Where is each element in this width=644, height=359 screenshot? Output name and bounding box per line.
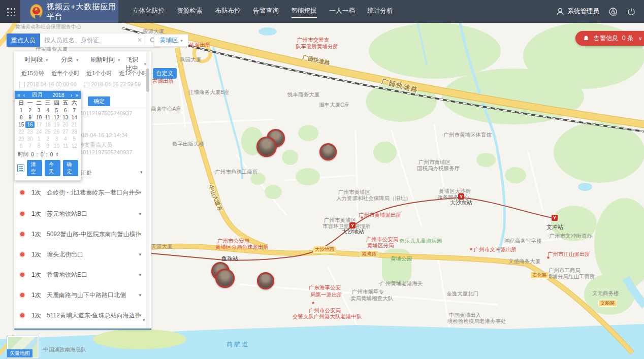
calendar-day[interactable]: 23 xyxy=(25,128,34,135)
alert-info-pill[interactable]: 告警信息 0 条 ∨ xyxy=(575,31,644,46)
search-tab-key-person[interactable]: 重点人员 xyxy=(7,34,40,47)
calendar-day[interactable]: 5 xyxy=(70,136,79,142)
user-menu[interactable]: 系统管理员 xyxy=(556,7,600,16)
prev-year-button[interactable]: « xyxy=(17,92,20,98)
minimap-label[interactable]: 矢量地图 xyxy=(7,349,33,357)
chevron-down-icon[interactable]: ▾ xyxy=(139,232,141,237)
nav-item-deployment-control[interactable]: 布防布控 xyxy=(215,5,241,18)
chevron-down-icon[interactable]: ▾ xyxy=(139,211,141,216)
list-scroll-down-icon[interactable]: ▾ xyxy=(143,317,145,322)
chevron-down-icon[interactable]: ▾ xyxy=(139,272,141,277)
calendar-day[interactable]: 21 xyxy=(70,121,79,128)
calendar-day[interactable]: 24 xyxy=(35,128,43,135)
range-confirm-button[interactable]: 确定 xyxy=(88,96,110,106)
calendar-day[interactable]: 19 xyxy=(52,121,61,128)
calendar-day[interactable]: 14 xyxy=(70,114,79,121)
face-capture-marker[interactable] xyxy=(257,272,274,289)
calendar-day[interactable]: 17 xyxy=(35,121,43,128)
search-input[interactable] xyxy=(40,37,134,44)
panel-scrollbar-thumb[interactable] xyxy=(146,69,149,92)
power-icon[interactable] xyxy=(627,7,636,16)
face-capture-marker[interactable] xyxy=(256,137,277,157)
security-lock-icon[interactable] xyxy=(608,7,618,16)
calendar-day[interactable]: 22 xyxy=(17,128,25,135)
quick-half-hour[interactable]: 近半个小时 xyxy=(49,68,81,79)
time-minute[interactable]: 0 xyxy=(41,151,44,157)
metro-station-icon[interactable]: Y xyxy=(349,222,356,229)
nav-item-alert-query[interactable]: 告警查询 xyxy=(253,5,279,18)
prev-month-button[interactable]: ‹ xyxy=(23,92,25,98)
next-month-button[interactable]: › xyxy=(71,92,73,98)
today-button[interactable]: 今天 xyxy=(45,160,60,176)
result-row[interactable]: 1次 塘头北街出口 ▾ xyxy=(14,244,150,265)
calendar-day[interactable]: 1 xyxy=(35,136,43,142)
clear-icon[interactable]: ✕ xyxy=(134,37,146,44)
calendar-day[interactable]: 27 xyxy=(61,128,70,135)
face-capture-marker[interactable] xyxy=(215,269,235,288)
calendar-day[interactable]: 10 xyxy=(35,114,43,121)
chevron-down-icon[interactable]: ▾ xyxy=(139,292,141,298)
calendar-day[interactable]: 28 xyxy=(70,128,79,135)
metro-station-icon[interactable]: Y xyxy=(458,193,464,200)
calendar-year[interactable]: 2018 xyxy=(49,92,68,98)
chevron-down-icon[interactable]: ▾ xyxy=(139,252,141,257)
calendar-day[interactable]: 30 xyxy=(25,136,34,142)
time-second[interactable]: 0 xyxy=(50,151,53,157)
result-row[interactable]: 1次 香雪地铁站E口 ▾ xyxy=(14,265,150,285)
result-row[interactable]: 1次 5092蟹山路-中医院东南向蟹山横街 ▾ xyxy=(14,224,150,244)
calendar-day[interactable]: 3 xyxy=(52,136,61,142)
calendar-day[interactable]: 11 xyxy=(61,143,70,149)
calendar-day[interactable]: 2 xyxy=(25,107,34,114)
result-row[interactable]: 1次 苏元地铁站B口 ▾ xyxy=(14,204,150,224)
calendar-day[interactable]: 7 xyxy=(70,107,79,114)
calendar-month[interactable]: 四月 xyxy=(28,91,46,99)
nav-item-one-person-one-file[interactable]: 一人一档 xyxy=(330,5,355,18)
calendar-day[interactable]: 12 xyxy=(70,143,79,149)
start-date-field[interactable]: 2018-04-16 00:00:00 xyxy=(19,81,77,87)
result-row[interactable]: 1次 企岭街 - 北1巷秦岭东一巷口向井头 ▾ xyxy=(14,182,150,203)
face-capture-marker[interactable] xyxy=(319,143,337,160)
time-hour[interactable]: 0 xyxy=(31,151,34,157)
calendar-day[interactable]: 6 xyxy=(17,143,25,149)
calendar-day[interactable]: 18 xyxy=(43,121,52,128)
calendar-day[interactable]: 29 xyxy=(17,136,25,142)
district-dropdown[interactable]: 黄埔区 ▾ xyxy=(154,34,188,47)
result-row[interactable]: 1次 5112黄埔大道东-鱼珠总站向海边街（全） ▾ xyxy=(14,305,150,325)
quick-12hour[interactable]: 近12个小时 xyxy=(117,68,149,79)
chevron-down-icon[interactable]: ▾ xyxy=(140,170,143,175)
nav-item-resource-search[interactable]: 资源检索 xyxy=(177,5,203,18)
quick-15min[interactable]: 近15分钟 xyxy=(19,68,46,79)
quick-custom[interactable]: 自定义 xyxy=(153,68,177,79)
calendar-day[interactable]: 7 xyxy=(25,143,34,149)
nav-item-statistics[interactable]: 统计分析 xyxy=(368,5,393,18)
calendar-day[interactable]: 11 xyxy=(43,114,52,121)
calendar-day[interactable]: 4 xyxy=(43,107,52,114)
calendar-day-selected[interactable]: 16 xyxy=(25,121,34,128)
calendar-day[interactable]: 12 xyxy=(52,114,61,121)
calendar-day[interactable]: 9 xyxy=(43,143,52,149)
next-year-button[interactable]: » xyxy=(75,92,78,98)
chevron-down-icon[interactable]: ▾ xyxy=(139,190,141,195)
alert-chevron-icon[interactable]: ∨ xyxy=(638,36,642,41)
calendar-day[interactable]: 2 xyxy=(43,136,52,142)
calendar-day[interactable]: 8 xyxy=(35,143,43,149)
nav-item-smart-mining[interactable]: 智能挖掘 xyxy=(292,5,317,18)
calendar-mode-button[interactable] xyxy=(17,164,24,172)
calendar-day[interactable]: 13 xyxy=(61,114,70,121)
calendar-day[interactable]: 9 xyxy=(25,114,34,121)
calendar-day[interactable]: 3 xyxy=(35,107,43,114)
confirm-button[interactable]: 确定 xyxy=(63,160,78,176)
time-stepper[interactable]: ▲▼ xyxy=(55,152,58,157)
calendar-day[interactable]: 25 xyxy=(43,128,52,135)
calendar-day[interactable]: 15 xyxy=(17,121,25,128)
filter-refresh-time[interactable]: 刷新时间▾ xyxy=(90,55,120,64)
calendar-day[interactable]: 8 xyxy=(17,114,25,121)
stepper-down-icon[interactable]: ▼ xyxy=(55,154,58,157)
calendar-day[interactable]: 4 xyxy=(61,136,70,142)
chevron-down-icon[interactable]: ▾ xyxy=(139,313,141,318)
calendar-day[interactable]: 5 xyxy=(52,107,61,114)
end-date-field[interactable]: 2018-04-16 23:59:59 xyxy=(84,81,141,87)
calendar-day[interactable]: 6 xyxy=(61,107,70,114)
app-grid-button[interactable] xyxy=(0,0,20,23)
panel-scrollbar-track[interactable] xyxy=(146,51,149,329)
